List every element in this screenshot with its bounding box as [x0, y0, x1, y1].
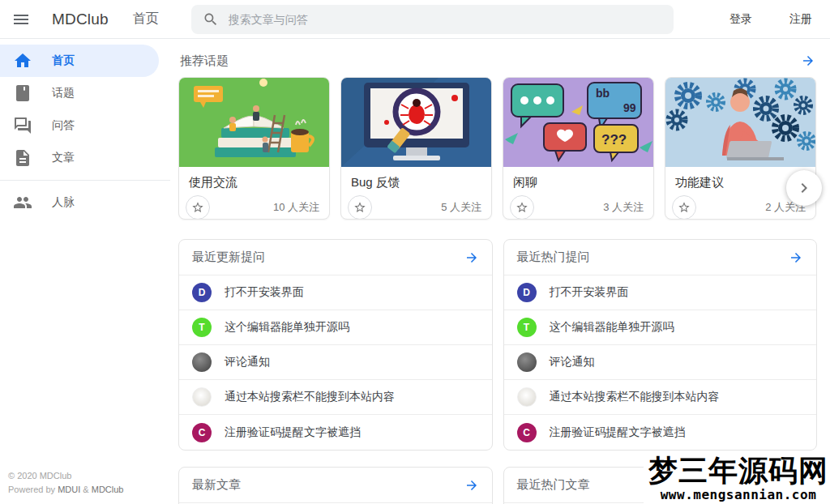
question-title: 这个编辑器能单独开源吗 — [225, 320, 349, 335]
question-list-item[interactable]: C 注册验证码提醒文字被遮挡 — [504, 415, 817, 450]
follow-star-button[interactable] — [186, 195, 210, 220]
mdui-link[interactable]: MDUI — [58, 485, 80, 494]
svg-text:bb: bb — [596, 87, 610, 100]
avatar — [192, 387, 212, 407]
svg-text:99: 99 — [623, 101, 636, 114]
recent-questions-more-link[interactable] — [464, 250, 479, 265]
book-icon — [13, 83, 32, 103]
topbar-nav-home[interactable]: 首页 — [133, 11, 159, 28]
powered-by-text: Powered by MDUI & MDClub — [8, 483, 123, 498]
hot-questions-panel: 最近热门提问 D 打不开安装界面 T 这个编辑器能单独开源吗 评论通知 — [503, 239, 818, 451]
arrow-forward-icon — [801, 53, 815, 68]
sidebar-item-topics[interactable]: 话题 — [0, 77, 170, 109]
watermark-title: 梦三年源码网 — [648, 454, 828, 487]
main-content: 推荐话题 — [170, 39, 830, 504]
question-list-item[interactable]: T 这个编辑器能单独开源吗 — [504, 310, 817, 345]
svg-text:???: ??? — [601, 132, 627, 147]
search-icon — [203, 11, 219, 28]
chevron-right-icon — [794, 178, 814, 198]
avatar: C — [192, 423, 212, 442]
avatar: C — [517, 423, 537, 442]
follow-star-button[interactable] — [672, 195, 696, 220]
sidebar: 首页 话题 问答 文章 人脉 © 2020 MDClub Powered by … — [0, 39, 170, 504]
people-icon — [13, 193, 32, 212]
sidebar-item-label: 首页 — [52, 53, 75, 68]
topic-card-chat[interactable]: bb 99 ??? 闲聊 — [503, 77, 654, 220]
hamburger-menu-button[interactable] — [5, 3, 37, 36]
avatar: D — [517, 283, 537, 302]
question-list-item[interactable]: 评论通知 — [179, 345, 492, 380]
search-bar[interactable] — [191, 5, 674, 34]
sidebar-item-home[interactable]: 首页 — [0, 45, 159, 77]
topbar: MDClub 首页 登录 注册 — [0, 0, 830, 39]
arrow-forward-icon — [464, 250, 479, 265]
question-title: 注册验证码提醒文字被遮挡 — [225, 425, 361, 440]
avatar: T — [517, 318, 537, 337]
topic-card-title: 使用交流 — [179, 167, 329, 192]
star-outline-icon — [353, 201, 366, 214]
question-title: 评论通知 — [225, 355, 270, 369]
avatar: T — [192, 318, 212, 337]
topic-card-title: Bug 反馈 — [341, 167, 491, 192]
topic-cover-image — [179, 78, 329, 167]
question-title: 打不开安装界面 — [225, 285, 304, 300]
hot-questions-more-link[interactable] — [789, 250, 803, 265]
topic-card-usage[interactable]: 使用交流 10 人关注 — [178, 77, 330, 220]
recommended-topics-more-link[interactable] — [801, 53, 815, 68]
topic-cover-image — [665, 78, 815, 167]
recommended-topics-title: 推荐话题 — [180, 53, 229, 69]
question-answer-icon — [13, 116, 32, 135]
avatar — [517, 387, 537, 407]
panel-header: 最近更新提问 — [179, 240, 492, 275]
watermark: 梦三年源码网 www.mengsannian.com — [644, 452, 830, 504]
follower-count: 3 人关注 — [603, 200, 644, 215]
panel-title: 最近更新提问 — [192, 250, 265, 265]
question-panels-row: 最近更新提问 D 打不开安装界面 T 这个编辑器能单独开源吗 评论通知 — [178, 239, 817, 451]
question-title: 打不开安装界面 — [550, 285, 629, 300]
article-icon — [13, 148, 32, 168]
copyright-text: © 2020 MDClub — [8, 469, 123, 484]
question-title: 通过本站搜索栏不能搜到本站内容 — [225, 390, 395, 404]
question-list-item[interactable]: T 这个编辑器能单独开源吗 — [179, 310, 492, 345]
question-list-item[interactable]: C 注册验证码提醒文字被遮挡 — [179, 415, 492, 450]
search-input[interactable] — [229, 13, 662, 26]
login-button[interactable]: 登录 — [729, 12, 752, 27]
avatar: D — [192, 283, 212, 302]
register-button[interactable]: 注册 — [789, 12, 812, 27]
topic-cover-image: bb 99 ??? — [503, 78, 653, 167]
sidebar-item-label: 问答 — [52, 118, 75, 133]
follower-count: 5 人关注 — [441, 200, 481, 215]
topic-card-bug[interactable]: Bug 反馈 5 人关注 — [340, 77, 492, 220]
sidebar-item-articles[interactable]: 文章 — [0, 142, 170, 174]
question-title: 这个编辑器能单独开源吗 — [550, 320, 674, 335]
follow-star-button[interactable] — [510, 195, 534, 220]
question-list-item[interactable]: 评论通知 — [504, 345, 817, 380]
topic-cover-image — [341, 78, 491, 167]
question-list-item[interactable]: 通过本站搜索栏不能搜到本站内容 — [504, 380, 817, 415]
sidebar-item-people[interactable]: 人脉 — [0, 186, 170, 219]
sidebar-divider — [0, 180, 170, 181]
latest-articles-more-link[interactable] — [464, 478, 479, 493]
question-title: 通过本站搜索栏不能搜到本站内容 — [550, 390, 720, 404]
star-outline-icon — [516, 201, 528, 214]
watermark-url: www.mengsannian.com — [648, 487, 828, 502]
sidebar-item-questions[interactable]: 问答 — [0, 109, 170, 142]
question-list-item[interactable]: D 打不开安装界面 — [179, 275, 492, 310]
follow-star-button[interactable] — [348, 195, 372, 220]
sidebar-item-label: 文章 — [52, 151, 75, 165]
logo[interactable]: MDClub — [52, 11, 109, 28]
carousel-next-button[interactable] — [786, 170, 822, 206]
sidebar-item-label: 话题 — [52, 86, 75, 100]
home-icon — [13, 51, 32, 70]
mdclub-link[interactable]: MDClub — [92, 485, 124, 494]
question-title: 注册验证码提醒文字被遮挡 — [550, 425, 686, 440]
sidebar-item-label: 人脉 — [52, 195, 75, 210]
hamburger-icon — [11, 10, 31, 29]
question-list-item[interactable]: 通过本站搜索栏不能搜到本站内容 — [179, 380, 492, 415]
recommended-topics-header: 推荐话题 — [180, 52, 815, 70]
panel-title: 最新文章 — [192, 477, 241, 493]
panel-title: 最近热门提问 — [517, 250, 590, 265]
panel-header: 最近热门提问 — [504, 240, 817, 275]
question-list-item[interactable]: D 打不开安装界面 — [504, 275, 817, 310]
question-title: 评论通知 — [550, 355, 595, 369]
